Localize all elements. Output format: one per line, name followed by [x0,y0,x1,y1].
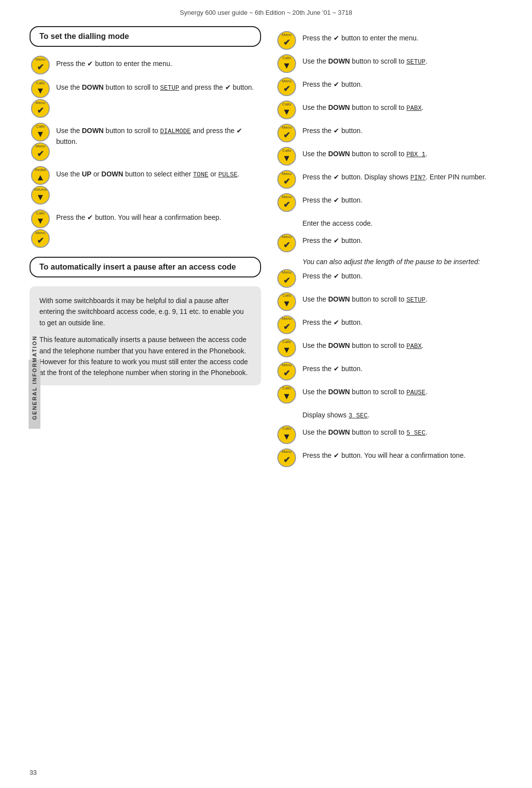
down-button: Calls ▼ [31,79,50,98]
step-text: Press the ✔ button. [302,315,363,328]
step-text: Use the DOWN button to scroll to DIALMOD… [56,123,261,147]
r-step-row: Menu ✔ Press the ✔ button. Display shows… [276,170,502,189]
step-icon: Menu ✔ [276,448,298,467]
r-step-row: Enter the access code. [276,216,502,229]
right-column: Menu ✔ Press the ✔ button to enter the m… [276,26,502,472]
step-text: Use the DOWN button to scroll to 5 SEC. [302,425,428,438]
step-text: Press the ✔ button. Display shows PIN?. … [302,170,486,183]
section1-steps: Menu ✔ Press the ✔ button to enter the m… [30,56,261,248]
menu-check-button: Menu ✔ [277,315,296,334]
step-text: Press the ✔ button. You will hear a conf… [56,209,221,223]
step-icon: Menu ✔ [276,77,298,96]
menu-check-button: Menu ✔ [277,124,296,142]
step-icon: Menu ✔ [276,315,298,334]
r-step-row: Menu ✔ Press the ✔ button. [276,124,502,142]
menu-check-button: Menu ✔ [277,269,296,288]
r-step-row: Calls ▼ Use the DOWN button to scroll to… [276,425,502,444]
step-text: Use the DOWN button to scroll to SETUP. [302,292,428,305]
step-text: Use the UP or DOWN button to select eith… [56,166,239,180]
r-step-row: Menu ✔ Press the ✔ button to enter the m… [276,31,502,50]
up-button: Redial ▲ [31,166,50,185]
step-text: Press the ✔ button. [302,193,363,206]
r-step-row: Calls ▼ Use the DOWN button to scroll to… [276,54,502,73]
step-text: Use the DOWN button to scroll to PABX. [302,101,424,113]
page-header: Synergy 600 user guide ~ 6th Edition ~ 2… [0,0,532,21]
step-text: Press the ✔ button. [302,234,363,246]
step-text: Press the ✔ button to enter the menu. [56,56,172,69]
step-text: Press the ✔ button. You will hear a conf… [302,448,466,461]
r-step-row: Menu ✔ Press the ✔ button. You will hear… [276,448,502,467]
step-icon: Calls ▼ [276,339,298,357]
menu-check-button: Menu ✔ [277,170,296,189]
step-text: Use the DOWN button to scroll to SETUP a… [56,79,254,93]
menu-check-button: Menu ✔ [277,448,296,467]
step-icon: Menu ✔ [276,269,298,288]
step-icons: Calls ▼ Menu ✔ [30,79,51,118]
down-button: Calls ▼ [277,101,296,119]
r-step-row: Menu ✔ Press the ✔ button. [276,362,502,380]
step-icon: Menu ✔ [276,193,298,212]
r-step-row: Calls ▼ Use the DOWN button to scroll to… [276,339,502,357]
main-content: To set the dialling mode Menu ✔ Press th… [0,21,532,491]
menu-check-button: Menu ✔ [277,77,296,96]
left-column: To set the dialling mode Menu ✔ Press th… [30,26,261,472]
down-button: Calls ▼ [277,147,296,166]
italic-note: You can also adjust the length of the pa… [276,257,502,267]
step-icon: Calls ▼ [276,147,298,166]
menu-check-button: Menu ✔ [31,229,50,248]
info-body2: This feature automatically inserts a pau… [39,334,251,378]
step-row: Calls ▼ Menu ✔ Press the ✔ button. You w… [30,209,261,248]
r-step-row: Calls ▼ Use the DOWN button to scroll to… [276,385,502,404]
header-title: Synergy 600 user guide ~ 6th Edition ~ 2… [180,9,352,16]
menu-check-button: Menu ✔ [277,193,296,212]
step-icon: Menu ✔ [276,124,298,142]
step-text: Press the ✔ button. [302,362,363,375]
step-icon: Menu ✔ [276,234,298,252]
step-icon: Menu ✔ [276,31,298,50]
step-text: Press the ✔ button. [302,269,363,282]
step-text: Press the ✔ button to enter the menu. [302,31,418,44]
step-row: Calls ▼ Menu ✔ Use the DOWN button to sc… [30,123,261,161]
step-text: Use the DOWN button to scroll to PBX 1. [302,147,428,160]
step-text: Display shows 3 SEC. [302,408,369,421]
step-icon: Calls ▼ [276,425,298,444]
menu-check-button: Menu ✔ [31,142,50,161]
r-step-row: Calls ▼ Use the DOWN button to scroll to… [276,147,502,166]
step-icon: Calls ▼ [276,101,298,119]
r-step-row: Calls ▼ Use the DOWN button to scroll to… [276,101,502,119]
step-text: Press the ✔ button. [302,77,363,90]
side-label: GENERAL INFORMATION [29,360,40,429]
step-text: Use the DOWN button to scroll to SETUP. [302,54,428,67]
step-text: Use the DOWN button to scroll to PABX. [302,339,424,351]
r-step-row: Display shows 3 SEC. [276,408,502,421]
r-step-row: Menu ✔ Press the ✔ button. [276,315,502,334]
info-body1: With some switchboards it may be helpful… [39,295,251,328]
step-icon: Menu ✔ [276,362,298,380]
r-step-row: Menu ✔ Press the ✔ button. [276,269,502,288]
step-icons: Calls ▼ Menu ✔ [30,209,51,248]
step-row: Menu ✔ Press the ✔ button to enter the m… [30,56,261,74]
menu-check-button: Menu ✔ [31,56,50,74]
r-step-row: Calls ▼ Use the DOWN button to scroll to… [276,292,502,311]
menu-check-button: Menu ✔ [277,362,296,380]
step-icon: Calls ▼ [276,54,298,73]
step-icons: Menu ✔ [30,56,51,74]
r-step-row: Menu ✔ Press the ✔ button. [276,234,502,252]
section1-title: To set the dialling mode [39,32,129,40]
r-step-row: Menu ✔ Press the ✔ button. [276,77,502,96]
step-row: Calls ▼ Menu ✔ Use the DOWN button to sc… [30,79,261,118]
down-button: Calls ▼ [277,339,296,357]
step-text: Enter the access code. [302,216,372,229]
step-row: Redial ▲ Volume ▼ Use the UP or DOWN but… [30,166,261,205]
down-button: Calls ▼ [277,292,296,311]
section2-box: To automatically insert a pause after an… [30,257,261,277]
r-step-row: Menu ✔ Press the ✔ button. [276,193,502,212]
step-icons: Calls ▼ Menu ✔ [30,123,51,161]
step-text: Press the ✔ button. [302,124,363,137]
step-icon: Calls ▼ [276,292,298,311]
menu-check-button: Menu ✔ [31,99,50,118]
step-icon: Menu ✔ [276,170,298,189]
down-button: Calls ▼ [277,425,296,444]
step-text: Use the DOWN button to scroll to PAUSE. [302,385,428,398]
down-button: Calls ▼ [31,209,50,228]
